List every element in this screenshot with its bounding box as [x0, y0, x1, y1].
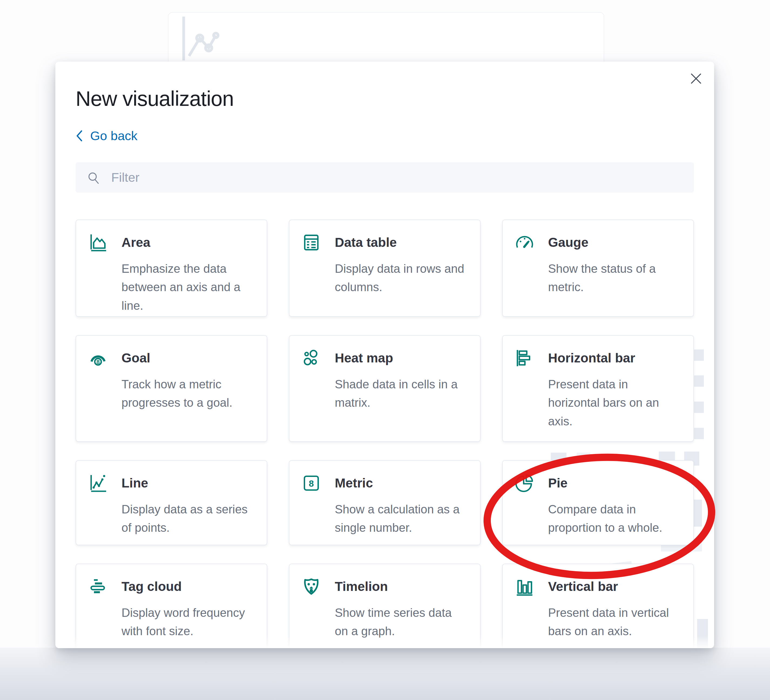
horizontal-bar-icon — [514, 348, 535, 368]
viz-card-title: Vertical bar — [548, 577, 681, 596]
viz-card-description: Compare data in proportion to a whole. — [548, 500, 681, 537]
viz-card-title: Horizontal bar — [548, 348, 681, 368]
viz-card-pie[interactable]: PieCompare data in proportion to a whole… — [502, 460, 694, 545]
close-icon[interactable] — [690, 72, 702, 85]
viz-card-description: Shade data in cells in a matrix. — [335, 375, 468, 412]
page-bottom-gradient — [0, 648, 770, 700]
viz-card-description: Display data as a series of points. — [121, 500, 255, 537]
viz-card-title: Area — [121, 233, 255, 253]
viz-card-heat-map[interactable]: Heat mapShade data in cells in a matrix. — [289, 335, 480, 442]
heat-map-icon — [301, 348, 321, 368]
filter-input[interactable] — [76, 162, 694, 193]
viz-card-data-table[interactable]: Data tableDisplay data in rows and colum… — [289, 220, 480, 317]
viz-card-title: Line — [121, 473, 255, 493]
metric-icon: 8 — [301, 473, 321, 493]
viz-card-title: Gauge — [548, 233, 681, 253]
viz-card-vertical-bar[interactable]: Vertical barPresent data in vertical bar… — [502, 564, 694, 648]
tag-cloud-icon — [88, 577, 108, 596]
viz-card-title: Tag cloud — [121, 577, 255, 596]
line-icon — [88, 473, 108, 493]
faded-line-chart-icon — [179, 15, 233, 61]
viz-card-tag-cloud[interactable]: Tag cloudDisplay word frequency with fon… — [76, 564, 267, 648]
go-back-link[interactable]: Go back — [76, 128, 138, 143]
viz-card-title: Goal — [121, 348, 255, 368]
viz-card-goal[interactable]: 8GoalTrack how a metric progresses to a … — [76, 335, 267, 442]
viz-card-description: Track how a metric progresses to a goal. — [121, 375, 255, 412]
viz-card-description: Show time series data on a graph. — [335, 604, 468, 641]
viz-card-description: Emphasize the data between an axis and a… — [121, 259, 255, 315]
viz-card-timelion[interactable]: TimelionShow time series data on a graph… — [289, 564, 480, 648]
viz-card-line[interactable]: LineDisplay data as a series of points. — [76, 460, 267, 545]
screen: New visualization Go back AreaEmphasize — [0, 0, 770, 700]
viz-card-metric[interactable]: 8MetricShow a calculation as a single nu… — [289, 460, 480, 545]
viz-card-description: Present data in horizontal bars on an ax… — [548, 375, 681, 431]
viz-card-area[interactable]: AreaEmphasize the data between an axis a… — [76, 220, 267, 317]
viz-card-title: Data table — [335, 233, 468, 253]
viz-card-description: Display word frequency with font size. — [121, 604, 255, 641]
viz-card-description: Show the status of a metric. — [548, 259, 681, 297]
viz-card-title: Heat map — [335, 348, 468, 368]
chevron-left-icon — [76, 130, 83, 142]
vertical-bar-icon — [514, 577, 535, 596]
viz-card-gauge[interactable]: GaugeShow the status of a metric. — [502, 220, 694, 317]
gauge-icon — [514, 233, 535, 253]
viz-card-description: Display data in rows and columns. — [335, 259, 468, 297]
visualization-grid: AreaEmphasize the data between an axis a… — [76, 220, 694, 648]
viz-card-description: Present data in vertical bars on an axis… — [548, 604, 681, 641]
svg-text:8: 8 — [309, 478, 314, 489]
viz-card-title: Metric — [335, 473, 468, 493]
filter-field — [76, 162, 694, 193]
go-back-label: Go back — [90, 128, 138, 143]
svg-text:8: 8 — [96, 358, 100, 365]
timelion-icon — [301, 577, 321, 596]
pie-icon — [514, 473, 535, 493]
viz-card-horizontal-bar[interactable]: Horizontal barPresent data in horizontal… — [502, 335, 694, 442]
viz-card-title: Pie — [548, 473, 681, 493]
goal-icon: 8 — [88, 348, 108, 368]
data-table-icon — [301, 233, 321, 253]
viz-card-title: Timelion — [335, 577, 468, 596]
viz-card-description: Show a calculation as a single number. — [335, 500, 468, 537]
area-icon — [88, 233, 108, 253]
new-visualization-modal: New visualization Go back AreaEmphasize — [55, 62, 714, 648]
page-title: New visualization — [76, 62, 694, 111]
